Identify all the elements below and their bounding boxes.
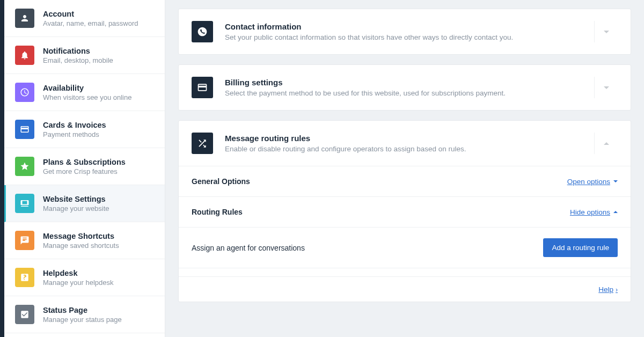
open-options-link[interactable]: Open options	[567, 178, 618, 186]
chevron-up-icon	[613, 211, 618, 213]
assign-agent-label: Assign an agent for conversations	[192, 244, 305, 252]
expand-toggle[interactable]	[594, 77, 618, 98]
sidebar-item-website-settings[interactable]: Website Settings Manage your website	[4, 185, 165, 222]
sidebar-item-label: Message Shortcuts	[43, 232, 119, 240]
clock-icon	[15, 83, 34, 102]
chevron-down-icon	[604, 31, 609, 33]
sidebar-item-shortcuts[interactable]: Message Shortcuts Manage saved shortcuts	[4, 222, 165, 259]
sidebar-item-label: Status Page	[43, 306, 122, 314]
sidebar-item-sub: When visitors see you online	[43, 93, 131, 101]
add-routing-rule-button[interactable]: Add a routing rule	[543, 238, 618, 257]
sidebar-item-cards[interactable]: Cards & Invoices Payment methods	[4, 111, 165, 148]
check-icon	[15, 305, 34, 324]
sidebar-item-label: Plans & Subscriptions	[43, 158, 126, 166]
bell-icon	[15, 46, 34, 65]
shuffle-icon	[192, 133, 213, 154]
star-icon	[15, 157, 34, 176]
sidebar-item-sub: Manage saved shortcuts	[43, 241, 119, 250]
spacer-row	[179, 268, 631, 276]
link-text: Open options	[567, 178, 610, 186]
section-label: Routing Rules	[192, 208, 243, 216]
sidebar-item-sub: Payment methods	[43, 130, 106, 138]
panel-header[interactable]: Billing settings Select the payment meth…	[179, 65, 631, 110]
chevron-down-icon	[604, 86, 609, 89]
sidebar-item-sub: Email, desktop, mobile	[43, 56, 113, 64]
credit-card-icon	[15, 120, 34, 139]
section-general-options: General Options Open options	[179, 166, 631, 196]
help-row: Help›	[179, 276, 631, 302]
sidebar-item-notifications[interactable]: Notifications Email, desktop, mobile	[4, 37, 165, 74]
expand-toggle[interactable]	[594, 21, 618, 42]
chat-icon	[15, 231, 34, 250]
credit-card-icon	[192, 77, 213, 98]
help-icon	[15, 268, 34, 287]
chevron-down-icon	[613, 180, 618, 182]
sidebar-item-account[interactable]: Account Avatar, name, email, password	[4, 0, 165, 37]
person-icon	[15, 9, 34, 28]
laptop-icon	[15, 194, 34, 213]
sidebar-item-helpdesk[interactable]: Helpdesk Manage your helpdesk	[4, 259, 165, 296]
panel-contact-information: Contact information Set your public cont…	[178, 9, 631, 55]
sidebar-item-availability[interactable]: Availability When visitors see you onlin…	[4, 74, 165, 111]
help-link[interactable]: Help›	[598, 285, 618, 294]
hide-options-link[interactable]: Hide options	[570, 208, 618, 216]
sidebar-item-label: Cards & Invoices	[43, 121, 106, 129]
sidebar-item-sub: Manage your status page	[43, 316, 122, 324]
link-text: Hide options	[570, 208, 610, 216]
sidebar-item-sub: Get more Crisp features	[43, 167, 126, 175]
sidebar-item-sub: Manage your helpdesk	[43, 279, 114, 287]
chevron-right-icon: ›	[616, 286, 618, 294]
section-routing-rules: Routing Rules Hide options	[179, 196, 631, 227]
sidebar-item-label: Availability	[43, 84, 131, 92]
panel-header[interactable]: Message routing rules Enable or disable …	[179, 121, 631, 166]
panel-title: Billing settings	[225, 78, 594, 87]
sidebar-item-label: Helpdesk	[43, 269, 114, 277]
app-leftbar	[0, 0, 4, 337]
chevron-up-icon	[604, 142, 609, 145]
panel-title: Message routing rules	[225, 134, 594, 143]
panel-sub: Enable or disable routing and configure …	[225, 145, 594, 153]
sidebar-item-plans[interactable]: Plans & Subscriptions Get more Crisp fea…	[4, 148, 165, 185]
panel-sub: Set your public contact information so t…	[225, 33, 594, 41]
sidebar-item-status[interactable]: Status Page Manage your status page	[4, 296, 165, 333]
section-label: General Options	[192, 177, 250, 186]
sidebar-item-sub: Manage your website	[43, 204, 109, 213]
panel-message-routing: Message routing rules Enable or disable …	[178, 120, 631, 302]
main-content: Contact information Set your public cont…	[165, 0, 644, 337]
sidebar-item-sub: Avatar, name, email, password	[43, 19, 138, 27]
sidebar-item-label: Website Settings	[43, 195, 109, 203]
phone-icon	[192, 21, 213, 42]
collapse-toggle[interactable]	[594, 133, 618, 154]
panel-billing-settings: Billing settings Select the payment meth…	[178, 64, 631, 111]
sidebar-item-label: Notifications	[43, 47, 113, 55]
assign-agent-row: Assign an agent for conversations Add a …	[179, 227, 631, 268]
settings-sidebar: Account Avatar, name, email, password No…	[4, 0, 165, 337]
sidebar-item-label: Account	[43, 10, 138, 18]
panel-header[interactable]: Contact information Set your public cont…	[179, 9, 631, 54]
panel-title: Contact information	[225, 22, 594, 31]
panel-sub: Select the payment method to be used for…	[225, 89, 594, 97]
